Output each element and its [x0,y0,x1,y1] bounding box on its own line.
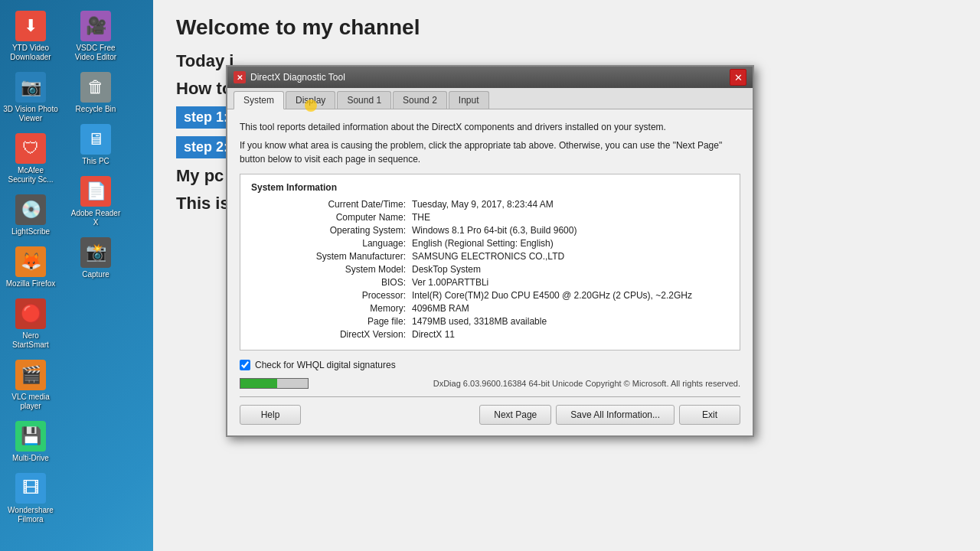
copyright-text: DxDiag 6.03.9600.16384 64-bit Unicode Co… [433,379,740,388]
dialog-footer-info: DxDiag 6.03.9600.16384 64-bit Unicode Co… [240,378,740,389]
sysinfo-row-directx: DirectX Version: DirectX 11 [251,329,729,340]
desktop-icon-vsdc[interactable]: 🎥 VSDC Free Video Editor [65,8,126,65]
exit-button[interactable]: Exit [679,405,740,425]
sysinfo-row-bios: BIOS: Ver 1.00PARTTBLi [251,277,729,288]
titlebar-left: ✕ DirectX Diagnostic Tool [234,71,345,83]
website-title: Welcome to my channel [176,15,957,40]
tab-system[interactable]: System [234,91,284,109]
desktop-icon-filmora[interactable]: 🎞 Wondershare Filmora [0,470,61,527]
sysinfo-row-manufacturer: System Manufacturer: SAMSUNG ELECTRONICS… [251,251,729,262]
dialog-body: This tool reports detailed information a… [227,109,753,435]
tab-sound2[interactable]: Sound 2 [393,91,447,109]
progress-bar [240,378,309,389]
desktop-icon-adobe[interactable]: 📄 Adobe Reader X [65,173,126,230]
whql-checkbox-area: Check for WHQL digital signatures [240,360,740,370]
desktop-icon-thispc[interactable]: 🖥 This PC [65,121,126,169]
sysinfo-row-memory: Memory: 4096MB RAM [251,303,729,314]
save-all-button[interactable]: Save All Information... [556,405,675,425]
desktop-icon-lightscribe[interactable]: 💿 LightScribe [0,191,61,240]
desktop-icons: ⬇ YTD Video Downloader 📷 3D Vision Photo… [0,0,153,551]
directx-dialog: ✕ DirectX Diagnostic Tool ✕ System Displ… [226,65,754,437]
sysinfo-table: Current Date/Time: Tuesday, May 9, 2017,… [251,199,729,340]
intro-line1: This tool reports detailed information a… [240,120,740,134]
dialog-buttons: Help Next Page Save All Information... E… [240,396,740,425]
whql-checkbox-label: Check for WHQL digital signatures [255,360,396,370]
sysinfo-title: System Information [251,182,729,193]
desktop-icon-ytd[interactable]: ⬇ YTD Video Downloader [0,8,61,65]
sysinfo-row-os: Operating System: Windows 8.1 Pro 64-bit… [251,225,729,236]
tab-display[interactable]: Display [286,91,335,109]
progress-bar-fill [240,379,277,388]
desktop-icon-mcafee[interactable]: 🛡 McAfee Security Sc... [0,130,61,187]
sysinfo-row-model: System Model: DeskTop System [251,264,729,275]
dialog-intro: This tool reports detailed information a… [240,120,740,166]
tab-input[interactable]: Input [449,91,489,109]
desktop-icon-recyclebin[interactable]: 🗑 Recycle Bin [65,69,126,117]
desktop-icon-multidrive[interactable]: 💾 Multi-Drive [0,418,61,466]
whql-checkbox[interactable] [240,360,250,370]
desktop-icon-3dvision[interactable]: 📷 3D Vision Photo Viewer [0,69,61,126]
desktop-icon-capture[interactable]: 📸 Capture [65,234,126,282]
next-page-button[interactable]: Next Page [479,405,551,425]
tab-sound1[interactable]: Sound 1 [337,91,391,109]
dialog-close-button[interactable]: ✕ [730,69,746,86]
dialog-tabs: System Display Sound 1 Sound 2 Input [227,88,753,109]
sysinfo-row-language: Language: English (Regional Setting: Eng… [251,238,729,249]
desktop-icon-vlc[interactable]: 🎬 VLC media player [0,357,61,414]
desktop-icon-firefox[interactable]: 🦊 Mozilla Firefox [0,243,61,292]
sysinfo-row-datetime: Current Date/Time: Tuesday, May 9, 2017,… [251,199,729,210]
dialog-title-icon: ✕ [234,71,246,83]
help-button[interactable]: Help [240,405,301,425]
intro-line2: If you know what area is causing the pro… [240,139,740,166]
sysinfo-row-computername: Computer Name: THE [251,212,729,223]
dialog-title-text: DirectX Diagnostic Tool [250,72,345,83]
dialog-btn-group-right: Next Page Save All Information... Exit [479,405,740,425]
desktop-icon-nero[interactable]: 🔴 Nero StartSmart [0,295,61,353]
sysinfo-section: System Information Current Date/Time: Tu… [240,174,740,350]
sysinfo-row-processor: Processor: Intel(R) Core(TM)2 Duo CPU E4… [251,290,729,301]
dialog-titlebar: ✕ DirectX Diagnostic Tool ✕ [227,67,753,88]
sysinfo-row-pagefile: Page file: 1479MB used, 3318MB available [251,316,729,327]
desktop: ⬇ YTD Video Downloader 📷 3D Vision Photo… [0,0,980,551]
